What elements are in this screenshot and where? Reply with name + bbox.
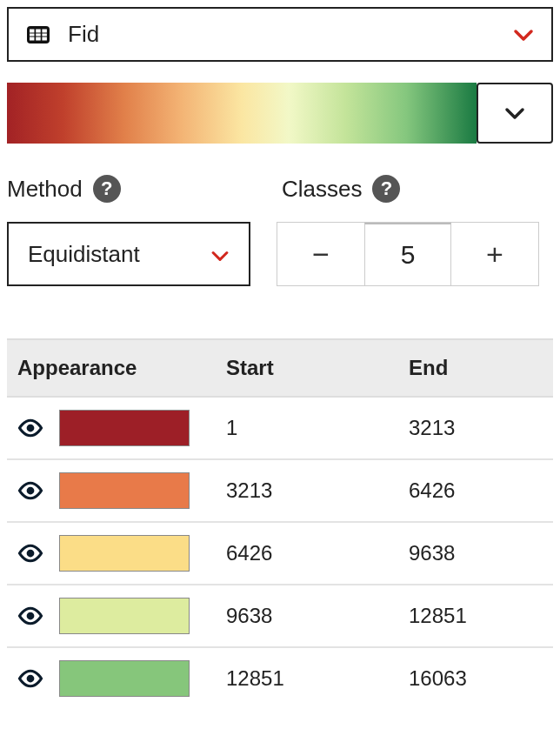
chevron-down-icon [504,101,525,125]
appearance-cell [17,598,226,634]
svg-rect-4 [30,33,35,36]
svg-point-12 [27,550,35,558]
svg-rect-1 [30,29,35,32]
color-swatch[interactable] [59,472,190,509]
svg-point-10 [27,425,35,432]
table-row: 1285116063 [7,648,553,709]
table-header: Appearance Start End [7,338,553,398]
color-swatch[interactable] [59,660,190,697]
color-ramp-row [7,83,553,144]
chevron-down-icon [210,241,230,268]
field-select-label: Fid [68,21,496,48]
visibility-toggle[interactable] [17,540,43,566]
svg-rect-5 [36,33,41,36]
color-ramp-toggle[interactable] [477,83,553,144]
col-end: End [409,356,543,380]
color-swatch[interactable] [59,535,190,572]
classes-label: Classes [282,176,362,203]
end-cell: 12851 [409,604,543,628]
color-ramp[interactable] [7,83,477,144]
table-row: 13213 [7,398,553,460]
svg-point-13 [27,612,35,620]
svg-point-14 [27,675,35,683]
decrement-button[interactable]: − [277,223,364,285]
visibility-toggle[interactable] [17,478,43,504]
table-row: 64269638 [7,523,553,585]
appearance-cell [17,660,226,697]
method-select[interactable]: Equidistant [7,222,250,286]
visibility-toggle[interactable] [17,603,43,629]
help-icon[interactable]: ? [93,175,121,203]
classes-table: Appearance Start End 1321332136426642696… [7,338,553,709]
start-cell: 3213 [226,478,409,503]
field-select[interactable]: Fid [7,7,553,62]
control-labels-row: Method ? Classes ? [7,175,553,203]
controls-row: Equidistant − 5 + [7,222,553,286]
col-start: Start [226,356,409,380]
color-swatch[interactable] [59,598,190,634]
svg-rect-8 [36,37,41,40]
table-row: 32136426 [7,460,553,523]
table-row: 963812851 [7,585,553,648]
start-cell: 12851 [226,666,409,691]
appearance-cell [17,535,226,572]
svg-rect-3 [42,29,47,32]
table-body: 1321332136426642696389638128511285116063 [7,398,553,709]
end-cell: 3213 [409,416,543,440]
chevron-down-icon [513,23,534,47]
svg-rect-7 [30,37,35,40]
start-cell: 9638 [226,604,409,628]
svg-rect-6 [42,33,47,36]
visibility-toggle[interactable] [17,665,43,692]
svg-point-11 [27,487,35,495]
help-icon[interactable]: ? [372,175,400,203]
start-cell: 6426 [226,541,409,565]
table-icon [26,25,50,44]
method-label-wrap: Method ? [7,175,268,203]
svg-rect-9 [42,37,47,40]
visibility-toggle[interactable] [17,415,43,441]
end-cell: 9638 [409,541,543,565]
col-appearance: Appearance [17,356,226,380]
appearance-cell [17,472,226,509]
classes-value[interactable]: 5 [364,223,451,285]
start-cell: 1 [226,416,409,440]
classes-label-wrap: Classes ? [282,175,400,203]
method-value: Equidistant [28,241,140,268]
method-label: Method [7,176,83,203]
svg-rect-2 [36,29,41,32]
end-cell: 16063 [409,666,543,691]
end-cell: 6426 [409,478,543,503]
color-swatch[interactable] [59,410,190,446]
increment-button[interactable]: + [451,223,538,285]
classes-stepper: − 5 + [277,222,539,286]
appearance-cell [17,410,226,446]
